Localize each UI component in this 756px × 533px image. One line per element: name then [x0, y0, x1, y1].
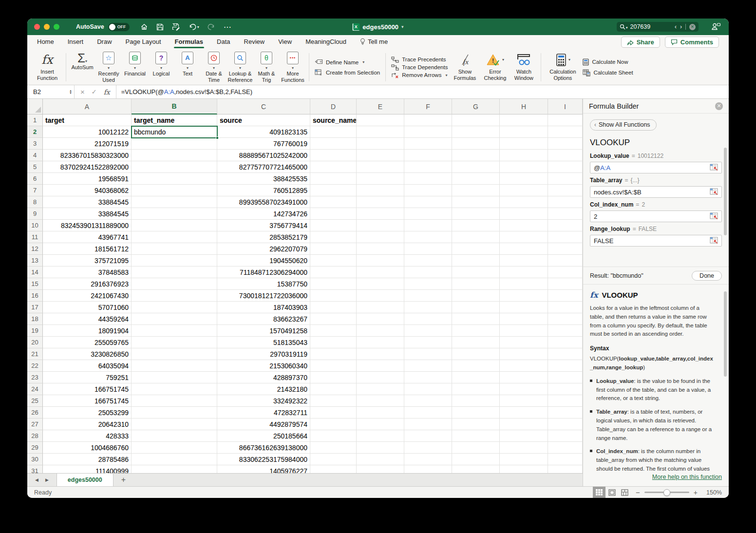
row-header-10[interactable]: 10 [27, 220, 43, 231]
row-header-13[interactable]: 13 [27, 255, 43, 266]
grid-cell-C2[interactable]: 4091823135 [217, 126, 310, 138]
grid-cell-A22[interactable]: 64035094 [43, 360, 132, 372]
grid-cell-F17[interactable] [404, 302, 452, 313]
grid-cell-B11[interactable] [132, 231, 217, 243]
create-from-selection-button[interactable]: Create from Selection [315, 69, 380, 76]
grid-cell-B29[interactable] [132, 442, 217, 454]
grid-cell-H3[interactable] [500, 138, 548, 150]
row-header-9[interactable]: 9 [27, 208, 43, 220]
grid-cell-E5[interactable] [357, 161, 404, 173]
grid-cell-C21[interactable]: 2970319119 [217, 348, 310, 360]
grid-cell-D27[interactable] [310, 419, 357, 430]
grid-cell-H11[interactable] [500, 231, 548, 243]
grid-cell-A30[interactable]: 28785486 [43, 454, 132, 465]
grid-cell-A10[interactable]: 832453901311889000 [43, 220, 132, 231]
grid-cell-D1[interactable]: source_name [310, 114, 357, 126]
panel-close-icon[interactable]: ✕ [715, 102, 723, 110]
grid-cell-D12[interactable] [310, 243, 357, 255]
grid-cell-H29[interactable] [500, 442, 548, 454]
grid-cell-D11[interactable] [310, 231, 357, 243]
grid-cell-B30[interactable] [132, 454, 217, 465]
grid-cell-F31[interactable] [404, 465, 452, 473]
grid-cell-I2[interactable] [548, 126, 583, 138]
grid-cell-A21[interactable]: 3230826850 [43, 348, 132, 360]
grid-cell-B20[interactable] [132, 337, 217, 348]
grid-cell-I24[interactable] [548, 383, 583, 395]
column-header-E[interactable]: E [357, 99, 404, 114]
range-selector-icon[interactable] [710, 188, 718, 196]
grid-cell-E9[interactable] [357, 208, 404, 220]
row-header-11[interactable]: 11 [27, 231, 43, 243]
grid-cell-I31[interactable] [548, 465, 583, 473]
grid-cell-G31[interactable] [452, 465, 500, 473]
math-trig-button[interactable]: θ▾Math & Trig [254, 51, 279, 84]
grid-cell-B5[interactable] [132, 161, 217, 173]
grid-cell-I22[interactable] [548, 360, 583, 372]
grid-cell-A8[interactable]: 33884545 [43, 196, 132, 208]
name-box[interactable]: B2 ▲▼ [27, 85, 74, 98]
tab-view[interactable]: View [278, 36, 292, 48]
grid-cell-H4[interactable] [500, 150, 548, 161]
grid-cell-G23[interactable] [452, 372, 500, 383]
grid-cell-F30[interactable] [404, 454, 452, 465]
grid-cell-A29[interactable]: 1004686760 [43, 442, 132, 454]
grid-cell-H12[interactable] [500, 243, 548, 255]
grid-cell-I29[interactable] [548, 442, 583, 454]
grid-cell-I16[interactable] [548, 290, 583, 302]
grid-cell-D6[interactable] [310, 173, 357, 185]
normal-view-button[interactable] [593, 487, 605, 498]
grid-cell-C6[interactable]: 388425535 [217, 173, 310, 185]
grid-cell-F28[interactable] [404, 430, 452, 442]
help-scrollbar[interactable] [724, 291, 727, 377]
grid-cell-A1[interactable]: target [43, 114, 132, 126]
row-header-7[interactable]: 7 [27, 185, 43, 196]
grid-cell-I11[interactable] [548, 231, 583, 243]
grid-cell-G18[interactable] [452, 313, 500, 325]
grid-cell-I7[interactable] [548, 185, 583, 196]
grid-cell-E23[interactable] [357, 372, 404, 383]
row-header-5[interactable]: 5 [27, 161, 43, 173]
grid-cell-E10[interactable] [357, 220, 404, 231]
row-header-20[interactable]: 20 [27, 337, 43, 348]
grid-cell-H2[interactable] [500, 126, 548, 138]
comments-button[interactable]: Comments [665, 37, 719, 48]
grid-cell-C4[interactable]: 888895671025242000 [217, 150, 310, 161]
grid-cell-H30[interactable] [500, 454, 548, 465]
grid-cell-C17[interactable]: 187403903 [217, 302, 310, 313]
grid-cell-F3[interactable] [404, 138, 452, 150]
range-selector-icon[interactable] [710, 237, 718, 245]
grid-cell-B16[interactable] [132, 290, 217, 302]
grid-cell-E25[interactable] [357, 395, 404, 407]
grid-cell-E18[interactable] [357, 313, 404, 325]
grid-cell-A31[interactable]: 111400999 [43, 465, 132, 473]
row-header-17[interactable]: 17 [27, 302, 43, 313]
grid-cell-H31[interactable] [500, 465, 548, 473]
grid-cell-A11[interactable]: 43967741 [43, 231, 132, 243]
grid-cell-E30[interactable] [357, 454, 404, 465]
grid-cell-C20[interactable]: 518135043 [217, 337, 310, 348]
grid-cell-E14[interactable] [357, 266, 404, 278]
grid-cell-A18[interactable]: 44359264 [43, 313, 132, 325]
grid-cell-B8[interactable] [132, 196, 217, 208]
grid-cell-D28[interactable] [310, 430, 357, 442]
grid-cell-H17[interactable] [500, 302, 548, 313]
grid-cell-E7[interactable] [357, 185, 404, 196]
more-help-link[interactable]: More help on this function [583, 472, 729, 486]
grid-cell-E3[interactable] [357, 138, 404, 150]
grid-cell-B6[interactable] [132, 173, 217, 185]
grid-cell-A14[interactable]: 37848583 [43, 266, 132, 278]
arg-input-col_index_num[interactable]: 2 [590, 210, 722, 222]
grid-cell-A26[interactable]: 25053299 [43, 407, 132, 419]
grid-cell-H9[interactable] [500, 208, 548, 220]
grid-cell-G22[interactable] [452, 360, 500, 372]
grid-cell-D2[interactable] [310, 126, 357, 138]
grid-cell-C8[interactable]: 899395587023491000 [217, 196, 310, 208]
grid-cell-E17[interactable] [357, 302, 404, 313]
grid-cell-D22[interactable] [310, 360, 357, 372]
grid-cell-B26[interactable] [132, 407, 217, 419]
grid-cell-E12[interactable] [357, 243, 404, 255]
grid-cell-H25[interactable] [500, 395, 548, 407]
grid-cell-A20[interactable]: 255059765 [43, 337, 132, 348]
dropdown-icon[interactable]: ▾ [85, 59, 87, 63]
dropdown-icon[interactable]: ▾ [187, 66, 189, 70]
